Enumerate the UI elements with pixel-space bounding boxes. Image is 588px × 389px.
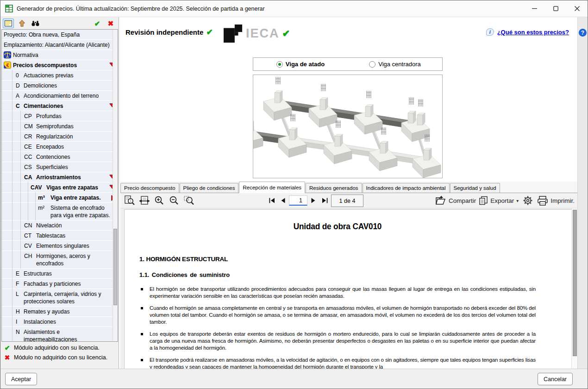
tree-item[interactable]: m²Sistema de encofrado para viga entre z… (2, 203, 118, 220)
tree-item[interactable]: NAislamientos e impermeabilizaciones (2, 327, 118, 342)
tree-item[interactable]: 0Actuaciones previas (2, 70, 118, 81)
tree-item[interactable]: CSSuperficiales (2, 162, 118, 172)
sidebar-scroll-thumb[interactable] (113, 229, 117, 305)
next-page-button[interactable] (308, 195, 319, 206)
fit-width-button[interactable] (138, 194, 151, 207)
tree-item[interactable]: CRRegularización (2, 132, 118, 142)
maximize-button[interactable] (545, 0, 566, 17)
document-scrollbar[interactable] (571, 208, 577, 369)
accept-button[interactable]: Aceptar (5, 373, 37, 385)
tree-item[interactable]: CHHormigones, aceros y encofrados (2, 251, 118, 269)
binoculars-icon (31, 20, 39, 26)
tree-item[interactable]: DDemoliciones (2, 81, 118, 91)
tree-item-label: Superficiales (36, 163, 111, 171)
window-controls (524, 0, 588, 17)
previous-page-button[interactable] (278, 195, 288, 206)
document-page: Unidad de obra CAV010 1. HORMIGÓN ESTRUC… (124, 209, 572, 369)
tree-item[interactable]: CPProfundas (2, 111, 118, 121)
tree-item[interactable]: m³Viga entre zapatas. (2, 193, 118, 203)
viewer-toolbar: 1 de 4 Compartir (120, 193, 577, 208)
tree-item[interactable]: Normativa (2, 50, 118, 60)
tab-precio-descompuesto[interactable]: Precio descompuesto (120, 183, 179, 193)
tree-item[interactable]: CVElementos singulares (2, 241, 118, 251)
tree-item-code: CN (24, 222, 36, 229)
tree-item[interactable]: CMSemiprofundas (2, 121, 118, 132)
check-icon: ✔ (4, 345, 11, 351)
tree-item-label: Carpintería, cerrajería, vidrios y prote… (24, 290, 111, 305)
tree-guide-line (12, 326, 13, 342)
radio-icon[interactable] (276, 61, 283, 68)
tree-item[interactable]: FFachadas y particiones (2, 279, 118, 289)
tree-item[interactable]: €Precios descompuestos (2, 60, 118, 70)
content-header: Revisión independiente ✔ IECA ✔ i ¿Qué s… (119, 17, 577, 57)
tree-guide-line (20, 220, 21, 231)
cancel-icon-button[interactable]: ✖ (105, 19, 116, 28)
tree-item[interactable]: HRemates y ayudas (2, 307, 118, 317)
tree-item[interactable]: EEstructuras (2, 269, 118, 279)
document-scroll-thumb[interactable] (573, 210, 577, 356)
close-button[interactable] (566, 0, 588, 17)
page-number-input[interactable] (289, 195, 307, 206)
share-button[interactable]: Compartir (435, 194, 476, 207)
tree-guide-line (20, 202, 21, 220)
tree-guide-line (12, 162, 13, 172)
info-icon[interactable]: i (486, 28, 494, 36)
zoom-in-button[interactable] (153, 194, 166, 207)
tab-indicadores-de-impacto-ambiental[interactable]: Indicadores de impacto ambiental (363, 183, 450, 193)
tree-item[interactable]: CCimentaciones (2, 101, 118, 111)
what-are-these-prices-link[interactable]: ¿Qué son estos precios? (497, 29, 569, 36)
help-button[interactable]: ? (579, 29, 587, 37)
zoom-region-button[interactable] (182, 194, 195, 207)
tree-item[interactable]: CTTablestacas (2, 231, 118, 241)
tree-guide-line (12, 111, 13, 121)
tree-item[interactable]: LCarpintería, cerrajería, vidrios y prot… (2, 289, 118, 307)
tree-item-label: Precios descompuestos (13, 62, 111, 69)
radio-icon[interactable] (369, 61, 375, 68)
fit-page-icon (124, 195, 135, 206)
app-window: Generador de precios. Última actualizaci… (0, 0, 588, 389)
tab-pliego-de-condiciones[interactable]: Pliego de condiciones (180, 183, 239, 193)
cross-icon: ✖ (108, 20, 114, 27)
tab-seguridad-y-salud[interactable]: Seguridad y salud (450, 183, 500, 193)
tree-item[interactable]: AAcondicionamiento del terreno (2, 91, 118, 101)
share-icon (435, 196, 446, 205)
cancel-button[interactable]: Cancelar (538, 373, 573, 385)
normativa-icon (4, 51, 11, 58)
document-actions: Compartir Exportar ▾ (435, 194, 575, 207)
radio-option[interactable]: Viga de atado (253, 61, 348, 68)
tree-item[interactable]: CCContenciones (2, 152, 118, 162)
first-page-button[interactable] (267, 195, 277, 206)
up-level-button[interactable] (16, 19, 27, 28)
minimize-button[interactable] (524, 0, 545, 17)
settings-button[interactable] (521, 194, 534, 207)
tree-item[interactable]: CAArriostramientos (2, 172, 118, 182)
tree-guide-line (12, 151, 13, 162)
detail-tabs: Precio descompuestoPliego de condiciones… (120, 182, 577, 193)
last-page-button[interactable] (319, 195, 330, 206)
tab-recepci-n-de-materiales[interactable]: Recepción de materiales (239, 182, 305, 193)
detail-view-button[interactable] (3, 19, 14, 28)
tree-item[interactable]: CNNivelación (2, 220, 118, 231)
search-button[interactable] (30, 19, 41, 28)
tree-item[interactable]: CAVVigas entre zapatas (2, 182, 118, 193)
print-button[interactable]: Imprimir. (537, 194, 575, 207)
tree-item[interactable]: Proyecto: Obra nueva, España (2, 30, 118, 40)
zoom-tools (123, 194, 195, 207)
revision-label: Revisión independiente (125, 28, 203, 36)
fit-page-button[interactable] (123, 194, 136, 207)
tree-item[interactable]: Emplazamiento: Alacant/Alicante (Alicant… (2, 40, 118, 50)
zoom-out-button[interactable] (168, 194, 181, 207)
tree-guide-line (20, 230, 21, 241)
sidebar-scrollbar[interactable] (113, 30, 117, 341)
tree-item[interactable]: IInstalaciones (2, 317, 118, 327)
tree-item[interactable]: CEEncepados (2, 142, 118, 152)
tab-residuos-generados[interactable]: Residuos generados (306, 183, 362, 193)
tree-guide-line (12, 220, 13, 231)
radio-option[interactable]: Viga centradora (348, 61, 442, 68)
main-area: ✔ ✖ Proyecto: Obra nueva, EspañaEmplazam… (0, 17, 588, 369)
export-button[interactable]: Exportar ▾ (479, 194, 519, 207)
help-icon: ? (581, 30, 584, 36)
tree-guide-line (28, 192, 28, 203)
bullet-square-icon (141, 333, 143, 335)
confirm-button[interactable]: ✔ (92, 19, 103, 28)
